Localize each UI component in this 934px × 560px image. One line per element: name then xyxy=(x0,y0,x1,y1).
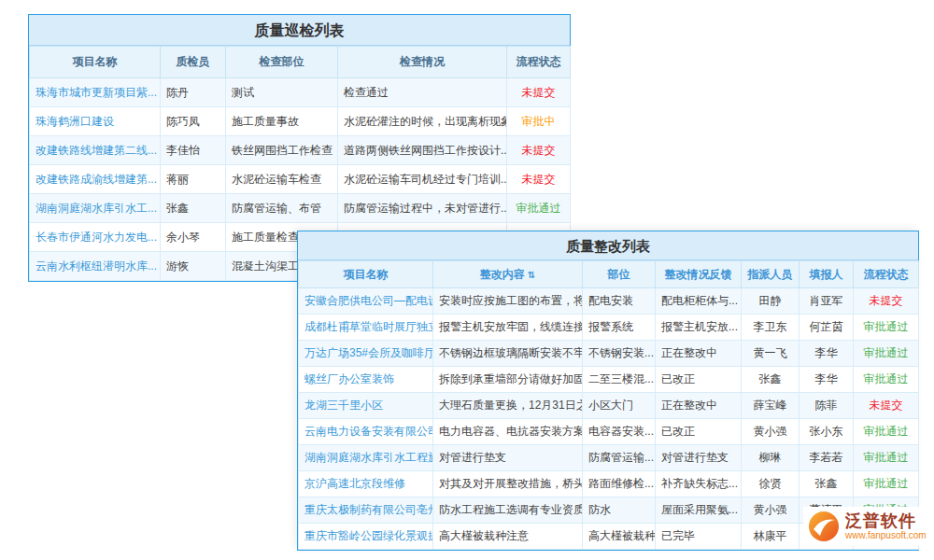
table-row[interactable]: 螺丝厂办公室装饰拆除到承重墙部分请做好加固...二至三楼混...已改正张鑫李华审… xyxy=(299,367,919,393)
feedback-cell: 对管进行垫支 xyxy=(656,445,742,471)
situation-cell: 检查通过 xyxy=(338,78,507,107)
part-cell: 小区大门 xyxy=(583,393,656,419)
content-cell: 安装时应按施工图的布置，将... xyxy=(433,288,583,315)
table-row[interactable]: 珠海市城市更新项目紫...陈丹测试检查通过未提交 xyxy=(30,78,571,107)
project-link[interactable]: 重庆市豁岭公园绿化景观提升... xyxy=(299,524,433,550)
part-cell: 防腐管运输、布管 xyxy=(226,194,338,223)
project-link[interactable]: 珠海鹤洲口建设 xyxy=(30,107,161,136)
feedback-cell: 已改正 xyxy=(656,367,742,393)
project-link[interactable]: 湖南洞庭湖水库引水工程施工队 xyxy=(299,445,433,471)
reporter-cell: 肖亚军 xyxy=(800,288,854,315)
fanpu-logo: 泛普软件 www.fanpusoft.com xyxy=(803,507,932,546)
reporter-cell: 李华 xyxy=(800,367,854,393)
column-header-2[interactable]: 整改内容⇅ xyxy=(433,261,583,288)
table-row[interactable]: 成都杜甫草堂临时展厅独立展...报警主机安放牢固，线缆连接...报警系统报警主机… xyxy=(299,315,919,341)
inspector-cell: 余小琴 xyxy=(161,223,226,252)
situation-cell: 水泥砼灌注的时候，出现离析现象 xyxy=(338,107,507,136)
table-row[interactable]: 云南电力设备安装有限公司20...电力电容器、电抗器安装方案,...电容器安装.… xyxy=(299,419,919,445)
project-link[interactable]: 云南电力设备安装有限公司20... xyxy=(299,419,433,445)
column-header-3: 部位 xyxy=(583,261,656,288)
page: { "status_colors": { "未提交": "#f5222d", "… xyxy=(0,0,934,560)
table-row[interactable]: 改建铁路成渝线增建第...蒋丽水泥砼运输车检查水泥砼运输车司机经过专门培训...… xyxy=(30,165,571,194)
status-badge: 审批通过 xyxy=(854,419,919,445)
feedback-cell: 配电柜柜体与... xyxy=(656,288,742,315)
project-link[interactable]: 湖南洞庭湖水库引水工... xyxy=(30,194,161,223)
project-link[interactable]: 成都杜甫草堂临时展厅独立展... xyxy=(299,315,433,341)
content-cell: 拆除到承重墙部分请做好加固... xyxy=(433,367,583,393)
logo-url[interactable]: www.fanpusoft.com xyxy=(845,530,927,541)
status-badge: 审批通过 xyxy=(854,341,919,367)
column-header-1: 项目名称 xyxy=(30,47,161,78)
feedback-cell: 已完毕 xyxy=(656,524,742,550)
assignee-cell: 薛宝峰 xyxy=(742,393,800,419)
part-cell: 报警系统 xyxy=(583,315,656,341)
part-cell: 路面维修检... xyxy=(583,471,656,497)
table-row[interactable]: 安徽合肥供电公司—配电设备...安装时应按施工图的布置，将...配电安装配电柜柜… xyxy=(299,288,919,315)
project-link[interactable]: 万达广场35#会所及咖啡厅空... xyxy=(299,341,433,367)
project-link[interactable]: 改建铁路成渝线增建第... xyxy=(30,165,161,194)
status-badge: 审批通过 xyxy=(854,471,919,497)
part-cell: 防腐管运输... xyxy=(583,445,656,471)
status-badge: 未提交 xyxy=(507,136,571,165)
part-cell: 高大槿被栽种 xyxy=(583,524,656,550)
header-row: 项目名称整改内容⇅部位整改情况反馈指派人员填报人流程状态 xyxy=(299,261,919,288)
status-badge: 审批通过 xyxy=(507,194,571,223)
status-badge: 审批通过 xyxy=(854,445,919,471)
column-header-2: 质检员 xyxy=(161,47,226,78)
status-badge: 审批通过 xyxy=(854,367,919,393)
part-cell: 二至三楼混... xyxy=(583,367,656,393)
assignee-cell: 黄一飞 xyxy=(742,341,800,367)
content-cell: 高大槿被栽种注意 xyxy=(433,524,583,550)
assignee-cell: 李卫东 xyxy=(742,315,800,341)
sort-icon[interactable]: ⇅ xyxy=(528,270,535,280)
situation-cell: 防腐管运输过程中，未对管进行... xyxy=(338,194,507,223)
content-cell: 对其及对开展整改措施，桥头... xyxy=(433,471,583,497)
part-cell: 铁丝网围挡工作检查 xyxy=(226,136,338,165)
content-cell: 对管进行垫支 xyxy=(433,445,583,471)
feedback-cell: 已改正 xyxy=(656,419,742,445)
project-link[interactable]: 重庆太极制药有限公司亳州中... xyxy=(299,497,433,524)
inspector-cell: 陈丹 xyxy=(161,78,226,107)
reporter-cell: 何芷茵 xyxy=(800,315,854,341)
part-cell: 配电安装 xyxy=(583,288,656,315)
table-row[interactable]: 珠海鹤洲口建设陈巧凤施工质量事故水泥砼灌注的时候，出现离析现象审批中 xyxy=(30,107,571,136)
project-link[interactable]: 改建铁路线增建第二线... xyxy=(30,136,161,165)
fanpu-logo-icon xyxy=(807,510,841,543)
table-row[interactable]: 改建铁路线增建第二线...李佳怡铁丝网围挡工作检查道路两侧铁丝网围挡工作按设计.… xyxy=(30,136,571,165)
table-row[interactable]: 湖南洞庭湖水库引水工...张鑫防腐管运输、布管防腐管运输过程中，未对管进行...… xyxy=(30,194,571,223)
situation-cell: 道路两侧铁丝网围挡工作按设计... xyxy=(338,136,507,165)
project-link[interactable]: 珠海市城市更新项目紫... xyxy=(30,78,161,107)
project-link[interactable]: 安徽合肥供电公司—配电设备... xyxy=(299,288,433,315)
column-header-5: 流程状态 xyxy=(507,47,571,78)
rectify-list-title: 质量整改列表 xyxy=(298,231,918,260)
project-link[interactable]: 螺丝厂办公室装饰 xyxy=(299,367,433,393)
table-row[interactable]: 龙湖三千里小区大理石质量更换，12月31日之...小区大门正在整改中薛宝峰陈菲未… xyxy=(299,393,919,419)
table-row[interactable]: 京沪高速北京段维修对其及对开展整改措施，桥头...路面维修检...补齐缺失标志.… xyxy=(299,471,919,497)
reporter-cell: 李华 xyxy=(800,341,854,367)
assignee-cell: 黄小强 xyxy=(742,419,800,445)
column-header-7: 流程状态 xyxy=(854,261,919,288)
assignee-cell: 田静 xyxy=(742,288,800,315)
part-cell: 水泥砼运输车检查 xyxy=(226,165,338,194)
assignee-cell: 张鑫 xyxy=(742,367,800,393)
reporter-cell: 李若若 xyxy=(800,445,854,471)
logo-name: 泛普软件 xyxy=(845,511,927,530)
feedback-cell: 正在整改中 xyxy=(656,341,742,367)
table-row[interactable]: 万达广场35#会所及咖啡厅空...不锈钢边框玻璃隔断安装不牢...不锈钢安装..… xyxy=(299,341,919,367)
column-header-4: 整改情况反馈 xyxy=(656,261,742,288)
project-link[interactable]: 云南水利枢纽潜明水库... xyxy=(30,252,161,281)
feedback-cell: 屋面采用聚氨... xyxy=(656,497,742,524)
feedback-cell: 报警主机安放... xyxy=(656,315,742,341)
project-link[interactable]: 京沪高速北京段维修 xyxy=(299,471,433,497)
content-cell: 电力电容器、电抗器安装方案,... xyxy=(433,419,583,445)
project-link[interactable]: 长春市伊通河水力发电... xyxy=(30,223,161,252)
header-row: 项目名称质检员检查部位检查情况流程状态 xyxy=(30,47,571,78)
project-link[interactable]: 龙湖三千里小区 xyxy=(299,393,433,419)
table-row[interactable]: 湖南洞庭湖水库引水工程施工队对管进行垫支防腐管运输...对管进行垫支柳琳李若若审… xyxy=(299,445,919,471)
inspector-cell: 陈巧凤 xyxy=(161,107,226,136)
column-header-1: 项目名称 xyxy=(299,261,433,288)
content-cell: 报警主机安放牢固，线缆连接... xyxy=(433,315,583,341)
situation-cell: 水泥砼运输车司机经过专门培训... xyxy=(338,165,507,194)
column-header-4: 检查情况 xyxy=(338,47,507,78)
column-header-5: 指派人员 xyxy=(742,261,800,288)
